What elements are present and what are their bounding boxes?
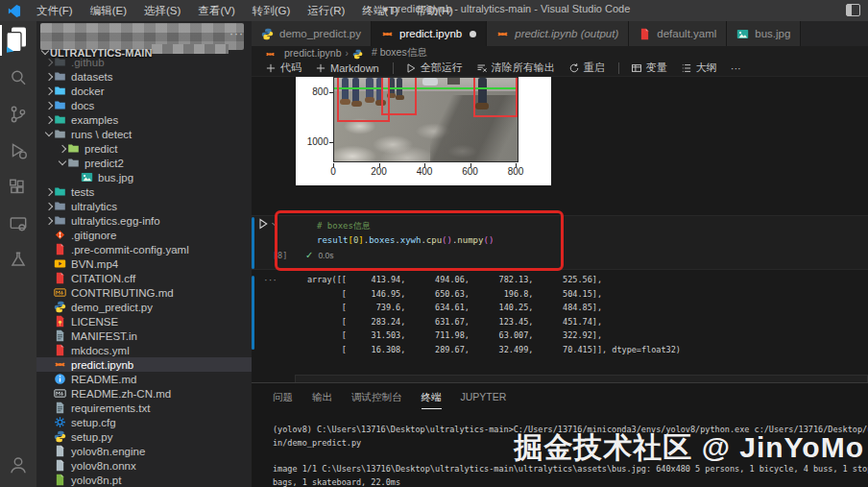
toolbar-clear-button[interactable]: 清除所有输出 — [476, 61, 555, 75]
tree-item-label: ultralytics — [71, 201, 117, 212]
menu-item-1[interactable]: 编辑(E) — [83, 3, 134, 19]
tree-item-runs-detect[interactable]: runs \ detect — [36, 127, 252, 141]
tree-item-datasets[interactable]: datasets — [36, 69, 252, 84]
breadcrumb-symbol[interactable]: # boxes信息 — [372, 46, 427, 60]
x-tick-label: 200 — [365, 166, 394, 177]
cell-code[interactable]: # boxes信息result[0].boxes.xywh.cpu().nump… — [317, 219, 494, 248]
tree-item-label: demo_predict.py — [71, 302, 153, 313]
tab-demo-predict.py[interactable]: demo_predict.py — [252, 21, 372, 46]
indent-space — [71, 173, 81, 183]
tree-item-setup.py[interactable]: setup.py — [36, 429, 252, 444]
tree-item-readme.md[interactable]: README.md — [36, 372, 252, 386]
extensions-icon[interactable] — [0, 169, 36, 206]
tree-item-bus.jpg[interactable]: bus.jpg — [36, 170, 252, 184]
tab-predict.ipynb-output-[interactable]: predict.ipynb (output) — [487, 21, 629, 46]
tab-default.yaml[interactable]: default.yaml — [629, 21, 727, 46]
tree-item-docs[interactable]: docs — [36, 98, 252, 112]
panel-tab-输出[interactable]: 输出 — [312, 391, 332, 409]
tab-bus.jpg[interactable]: bus.jpg — [727, 21, 801, 46]
explorer-root-folder[interactable]: ULTRALYTICS-MAIN — [40, 47, 152, 59]
tab-label: predict.ipynb — [399, 28, 462, 39]
panel-tab-调试控制台[interactable]: 调试控制台 — [351, 391, 402, 409]
tree-item-citation.cff[interactable]: CITATION.cff — [36, 271, 252, 285]
detection-image — [333, 77, 518, 162]
tree-item-yolov8n.onnx[interactable]: yolov8n.onnx — [36, 458, 252, 473]
toolbar-plus-button[interactable]: Markdown — [315, 62, 379, 74]
tree-item-predict2[interactable]: predict2 — [36, 156, 252, 170]
tree-item-setup.cfg[interactable]: setup.cfg — [36, 415, 252, 429]
tree-item-label: CONTRIBUTING.md — [71, 287, 174, 299]
tab-predict.ipynb[interactable]: predict.ipynb — [372, 21, 487, 46]
explorer-sidebar: ··· ULTRALYTICS-MAIN .githubdatasetsdock… — [36, 21, 252, 487]
chevron-icon — [58, 144, 67, 154]
tree-item-predict[interactable]: predict — [36, 141, 252, 156]
explorer-icon[interactable] — [2, 25, 31, 54]
menu-item-2[interactable]: 选择(S) — [136, 3, 188, 19]
y-tick-mark — [329, 92, 333, 93]
tree-item-docker[interactable]: docker — [36, 84, 252, 98]
run-debug-icon[interactable] — [0, 133, 36, 169]
tree-item-requirements.txt[interactable]: requirements.txt — [36, 401, 252, 415]
toolbar-vars-button[interactable]: 变量 — [631, 61, 667, 75]
modified-dot-icon[interactable] — [470, 31, 476, 37]
toolbar-runall-button[interactable]: 全部运行 — [405, 61, 463, 75]
tree-item-.pre-commit-config.yaml[interactable]: .pre-commit-config.yaml — [36, 242, 252, 256]
panel-tab-JUPYTER[interactable]: JUPYTER — [461, 391, 507, 409]
search-icon[interactable] — [0, 60, 36, 96]
code-token: ) — [489, 235, 494, 245]
account-icon[interactable] — [0, 447, 36, 483]
folder-icon — [54, 200, 66, 212]
explorer-actions-more-icon[interactable]: ··· — [229, 27, 244, 40]
output-more-icon[interactable]: ··· — [264, 274, 277, 285]
tree-item-demo-predict.py[interactable]: demo_predict.py — [36, 300, 252, 314]
tree-item-yolov8n.pt[interactable]: yolov8n.pt — [36, 473, 252, 487]
censored-mosaic-2 — [152, 44, 229, 54]
tree-item-label: ultralytics.egg-info — [71, 215, 160, 227]
tree-item-predict.ipynb[interactable]: predict.ipynb — [36, 357, 252, 372]
tree-item-manifest.in[interactable]: MANIFEST.in — [36, 329, 252, 343]
activity-bar — [0, 21, 36, 487]
tree-item-label: yolov8n.onnx — [71, 460, 136, 472]
filelines-icon — [54, 329, 66, 342]
video-icon — [54, 257, 66, 270]
tree-item-license[interactable]: LICENSE — [36, 314, 252, 329]
next-cell-edge[interactable] — [295, 375, 868, 382]
folder-icon — [54, 128, 66, 140]
y-tick-mark — [329, 142, 333, 143]
tree-item-ultralytics.egg-info[interactable]: ultralytics.egg-info — [36, 213, 252, 228]
cell-exec-status: ✓ 0.0s — [305, 251, 333, 260]
layout-toggle-icon[interactable] — [846, 4, 860, 16]
tree-item-label: MANIFEST.in — [71, 330, 137, 342]
toolbar-outline-button[interactable]: 大纲 — [681, 61, 717, 75]
remote-explorer-icon[interactable] — [0, 206, 36, 242]
tree-item-readme.zh-cn.md[interactable]: README.zh-CN.md — [36, 386, 252, 401]
menu-item-0[interactable]: 文件(F) — [29, 3, 81, 19]
panel-tab-问题[interactable]: 问题 — [273, 391, 293, 409]
tree-item-examples[interactable]: examples — [36, 112, 252, 127]
md-icon — [54, 286, 66, 299]
tree-item-contributing.md[interactable]: CONTRIBUTING.md — [36, 285, 252, 300]
toolbar-restart-button[interactable]: 重启 — [568, 61, 605, 75]
panel-tab-终端[interactable]: 终端 — [422, 391, 442, 409]
tree-item-ultralytics[interactable]: ultralytics — [36, 199, 252, 213]
tree-item-.gitignore[interactable]: .gitignore — [36, 228, 252, 242]
menu-item-4[interactable]: 转到(G) — [245, 3, 299, 19]
toolbar-plus-button[interactable]: 代码 — [265, 61, 301, 75]
menu-item-3[interactable]: 查看(V) — [190, 3, 242, 19]
folder-icon — [54, 185, 66, 198]
testing-icon[interactable] — [0, 242, 36, 279]
python-symbol-icon — [352, 48, 363, 59]
toolbar-more-button[interactable]: ··· — [731, 62, 741, 74]
tree-item-tests[interactable]: tests — [36, 184, 252, 199]
breadcrumb-file[interactable]: predict.ipynb — [284, 47, 342, 59]
tree-item-label: bus.jpg — [98, 172, 133, 183]
chevron-icon — [44, 216, 54, 226]
run-cell-button[interactable] — [257, 218, 278, 230]
code-token: result — [317, 235, 349, 245]
source-control-icon[interactable] — [0, 96, 36, 133]
tree-item-bvn.mp4[interactable]: BVN.mp4 — [36, 256, 252, 271]
tree-item-mkdocs.yml[interactable]: mkdocs.yml — [36, 343, 252, 357]
tree-item-yolov8n.engine[interactable]: yolov8n.engine — [36, 444, 252, 458]
md-icon — [54, 387, 66, 400]
menu-item-5[interactable]: 运行(R) — [300, 3, 352, 19]
